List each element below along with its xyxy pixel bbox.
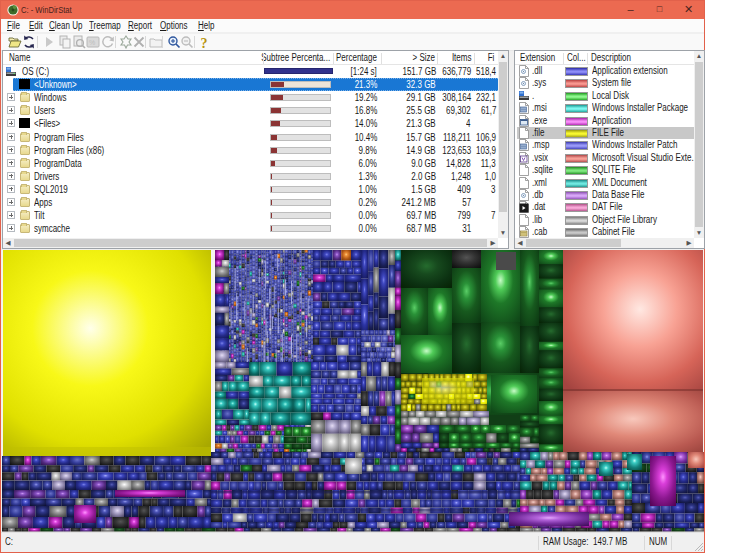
svg-text:%: % [89, 39, 95, 46]
svg-text:?: ? [201, 36, 208, 50]
